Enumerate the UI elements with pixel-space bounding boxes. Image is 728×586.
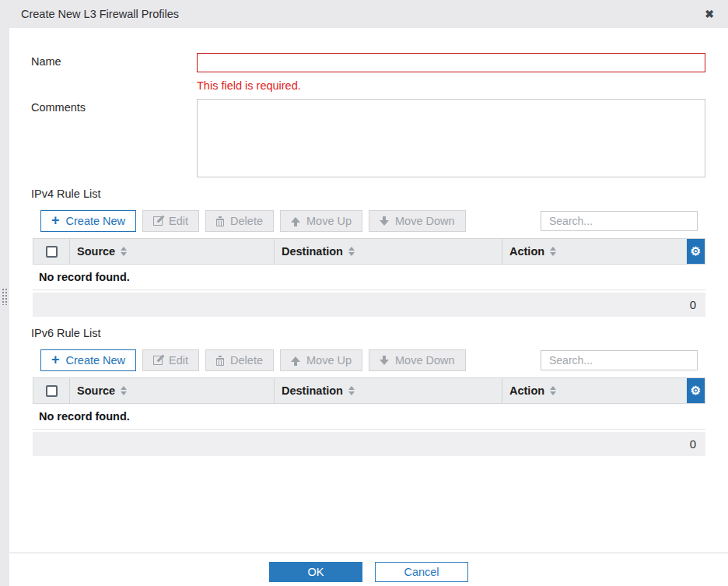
name-label: Name <box>31 53 197 72</box>
source-header-label: Source <box>77 245 115 258</box>
ipv4-create-new-button[interactable]: + Create New <box>40 210 136 232</box>
destination-header-label: Destination <box>282 384 343 397</box>
select-all-checkbox[interactable] <box>46 246 58 258</box>
drag-grip-handle[interactable] <box>2 288 9 305</box>
ipv4-rule-table: Source Destination Action ⚙ No record fo… <box>33 238 705 317</box>
ipv6-toolbar: + Create New Edit Delete Move Up Move Do… <box>31 349 705 371</box>
arrow-down-icon <box>380 220 389 226</box>
name-error-message: This field is required. <box>197 79 705 93</box>
ipv6-edit-button[interactable]: Edit <box>142 349 199 371</box>
ipv6-create-new-button[interactable]: + Create New <box>40 349 136 371</box>
gear-icon: ⚙ <box>691 244 701 258</box>
create-new-label: Create New <box>66 215 126 227</box>
dialog-title: Create New L3 Firewall Profiles <box>21 8 179 20</box>
trash-icon <box>216 219 224 226</box>
ipv6-move-up-button[interactable]: Move Up <box>280 349 362 371</box>
ipv4-section-title: IPv4 Rule List <box>31 187 705 201</box>
ipv6-section-title: IPv6 Rule List <box>31 326 705 340</box>
close-icon[interactable]: ✖ <box>705 9 714 19</box>
gear-icon: ⚙ <box>691 384 701 398</box>
sort-icon <box>121 386 127 395</box>
move-up-label: Move Up <box>306 215 352 227</box>
ipv6-rule-list-section: IPv6 Rule List + Create New Edit Delete … <box>31 326 705 456</box>
arrow-down-icon <box>380 360 389 365</box>
action-column-header[interactable]: Action <box>502 239 687 264</box>
edit-icon <box>153 216 163 226</box>
edit-icon <box>153 356 163 365</box>
select-all-cell <box>33 239 70 264</box>
action-column-header[interactable]: Action <box>502 378 687 403</box>
destination-column-header[interactable]: Destination <box>275 239 502 264</box>
sort-icon <box>550 247 556 256</box>
ipv4-delete-button[interactable]: Delete <box>205 210 274 232</box>
move-down-label: Move Down <box>395 354 455 367</box>
column-settings-button[interactable]: ⚙ <box>687 239 705 264</box>
ipv6-empty-row: No record found. <box>33 404 705 430</box>
ipv6-table-header: Source Destination Action ⚙ <box>33 377 705 404</box>
edit-label: Edit <box>169 215 188 227</box>
ipv4-toolbar: + Create New Edit Delete Move Up Move Do… <box>31 210 705 232</box>
action-header-label: Action <box>509 384 544 397</box>
comments-label: Comments <box>31 99 197 177</box>
sort-icon <box>348 386 355 395</box>
destination-header-label: Destination <box>282 245 343 258</box>
arrow-up-icon <box>291 217 300 223</box>
ipv4-move-up-button[interactable]: Move Up <box>280 210 362 232</box>
dialog-footer: OK Cancel <box>9 553 728 586</box>
ipv4-edit-button[interactable]: Edit <box>142 210 199 232</box>
source-column-header[interactable]: Source <box>70 239 275 264</box>
ipv4-record-count: 0 <box>690 298 696 311</box>
cancel-button[interactable]: Cancel <box>375 562 468 582</box>
edit-label: Edit <box>169 354 188 367</box>
destination-column-header[interactable]: Destination <box>275 378 502 403</box>
sort-icon <box>348 247 355 256</box>
ipv4-empty-row: No record found. <box>33 265 705 290</box>
dialog-body: Name This field is required. Comments IP… <box>9 28 728 553</box>
ipv4-rule-list-section: IPv4 Rule List + Create New Edit Delete … <box>31 187 705 317</box>
source-header-label: Source <box>77 384 115 397</box>
ipv6-record-count: 0 <box>690 437 696 451</box>
move-up-label: Move Up <box>306 354 352 367</box>
name-field[interactable] <box>197 53 705 72</box>
dialog-titlebar: Create New L3 Firewall Profiles ✖ <box>0 0 728 28</box>
trash-icon <box>216 358 224 366</box>
arrow-up-icon <box>291 356 300 362</box>
sort-icon <box>121 247 127 256</box>
delete-label: Delete <box>230 354 263 367</box>
ipv6-table-footer: 0 <box>33 432 705 456</box>
ipv6-rule-table: Source Destination Action ⚙ No record fo… <box>33 377 705 456</box>
action-header-label: Action <box>509 245 544 258</box>
select-all-cell <box>33 378 70 403</box>
sort-icon <box>550 386 556 395</box>
name-row: Name <box>31 53 705 72</box>
ipv6-move-down-button[interactable]: Move Down <box>369 349 466 371</box>
column-settings-button[interactable]: ⚙ <box>687 378 705 403</box>
move-down-label: Move Down <box>395 215 455 227</box>
ipv4-table-footer: 0 <box>33 293 705 317</box>
comments-row: Comments <box>31 99 705 177</box>
plus-icon: + <box>51 213 60 227</box>
plus-icon: + <box>51 353 60 367</box>
source-column-header[interactable]: Source <box>70 378 275 403</box>
ipv6-search-input[interactable] <box>541 350 698 370</box>
ipv4-move-down-button[interactable]: Move Down <box>369 210 466 232</box>
ipv4-search-input[interactable] <box>541 211 698 231</box>
select-all-checkbox[interactable] <box>46 385 58 397</box>
ipv6-delete-button[interactable]: Delete <box>205 349 274 371</box>
comments-field[interactable] <box>197 99 705 177</box>
left-background-strip <box>0 28 9 586</box>
ok-button[interactable]: OK <box>269 562 362 582</box>
delete-label: Delete <box>230 215 263 227</box>
ipv4-table-header: Source Destination Action ⚙ <box>33 238 705 265</box>
create-new-label: Create New <box>66 354 126 367</box>
